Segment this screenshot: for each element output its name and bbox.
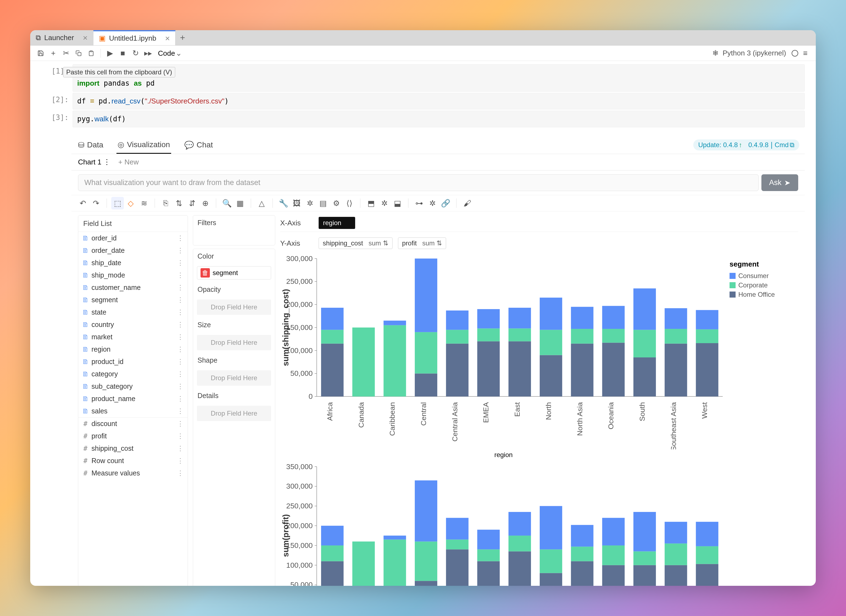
sort-desc-icon[interactable]: ⇅ <box>172 197 185 210</box>
more-icon[interactable]: ⋮ <box>177 469 184 477</box>
gear-small-icon[interactable]: ✲ <box>304 197 316 210</box>
ask-button[interactable]: Ask ➤ <box>761 174 798 191</box>
field-sales[interactable]: 🗎sales⋮ <box>78 405 188 417</box>
more-icon[interactable]: ⋮ <box>177 420 184 428</box>
tab-notebook[interactable]: ▣ Untitled1.ipynb × <box>93 30 176 45</box>
close-icon[interactable]: × <box>83 33 88 43</box>
run-all-icon[interactable]: ▸▸ <box>142 48 154 59</box>
image-icon[interactable]: 🖼 <box>290 197 303 210</box>
export-icon[interactable]: ⬒ <box>365 197 377 210</box>
layers-icon[interactable]: ≋ <box>138 197 150 210</box>
copy-icon[interactable] <box>73 48 84 59</box>
cut-icon[interactable]: ✂ <box>60 48 71 59</box>
field-segment[interactable]: 🗎segment⋮ <box>78 294 188 306</box>
field-region[interactable]: 🗎region⋮ <box>78 343 188 355</box>
opacity-dropzone[interactable]: Drop Field Here <box>197 299 271 315</box>
size-dropzone[interactable]: Drop Field Here <box>197 335 271 350</box>
cube-icon[interactable]: ⬚ <box>111 197 124 210</box>
undo-icon[interactable]: ↶ <box>76 197 89 210</box>
ask-input[interactable]: What visualization your want to draw fro… <box>78 174 759 191</box>
shape-dropzone[interactable]: Drop Field Here <box>197 370 271 386</box>
x-axis-pill[interactable]: region <box>319 217 355 229</box>
add-cell-icon[interactable]: + <box>48 48 59 59</box>
more-icon[interactable]: ⋮ <box>177 321 184 329</box>
download-icon[interactable]: ⬓ <box>391 197 404 210</box>
more-icon[interactable]: ⋮ <box>177 283 184 292</box>
details-dropzone[interactable]: Drop Field Here <box>197 406 271 421</box>
code-icon[interactable]: ⟨⟩ <box>343 197 356 210</box>
save-icon[interactable] <box>35 48 46 59</box>
field-shipping_cost[interactable]: #shipping_cost⋮ <box>78 442 188 455</box>
more-icon[interactable]: ⋮ <box>177 444 184 452</box>
more-icon[interactable]: ⋮ <box>177 432 184 440</box>
more-icon[interactable]: ⋮ <box>177 308 184 316</box>
close-icon[interactable]: × <box>165 34 170 43</box>
more-icon[interactable]: ⋮ <box>177 333 184 341</box>
redo-icon[interactable]: ↷ <box>90 197 102 210</box>
more-icon[interactable]: ⋮ <box>177 246 184 254</box>
code-cell[interactable]: [2]:df = pd.read_csv("./SuperStoreOrders… <box>30 92 816 110</box>
sort-asc-icon[interactable]: ⇵ <box>186 197 198 210</box>
new-chart-button[interactable]: + New <box>118 158 139 166</box>
stop-icon[interactable]: ■ <box>117 48 128 59</box>
kernel-name[interactable]: Python 3 (ipykernel) <box>723 49 786 57</box>
bug-icon[interactable]: ❄ <box>710 48 721 59</box>
more-icon[interactable]: ⋮ <box>177 358 184 366</box>
tab-chat[interactable]: 💬Chat <box>183 137 214 154</box>
field-Measure-values[interactable]: #Measure values⋮ <box>78 467 188 479</box>
field-product_id[interactable]: 🗎product_id⋮ <box>78 355 188 368</box>
y-axis-pill-profit[interactable]: profit sum ⇅ <box>398 238 446 249</box>
add-tab-button[interactable]: + <box>176 30 189 45</box>
update-pill[interactable]: Update: 0.4.8↑ 0.4.9.8 | Cmd ⧉ <box>693 139 799 150</box>
more-icon[interactable]: ⋮ <box>177 271 184 279</box>
more-icon[interactable]: ⋮ <box>177 395 184 403</box>
field-ship_date[interactable]: 🗎ship_date⋮ <box>78 257 188 269</box>
field-order_id[interactable]: 🗎order_id⋮ <box>78 232 188 244</box>
field-Row-count[interactable]: #Row count⋮ <box>78 455 188 467</box>
more-icon[interactable]: ⋮ <box>177 234 184 242</box>
cell-type-select[interactable]: Code <box>155 48 184 59</box>
gear2-icon[interactable]: ✲ <box>378 197 391 210</box>
add-field-icon[interactable]: ⊕ <box>199 197 212 210</box>
field-product_name[interactable]: 🗎product_name⋮ <box>78 393 188 405</box>
code-cell[interactable]: [3]:pyg.walk(df) <box>30 110 816 128</box>
chart-tab-1[interactable]: Chart 1 ⋮ <box>78 158 111 166</box>
link-icon[interactable]: ⊶ <box>413 197 426 210</box>
y-axis-pill-shipping[interactable]: shipping_cost sum ⇅ <box>319 238 392 249</box>
gear-icon[interactable]: ⚙ <box>330 197 342 210</box>
cell-code[interactable]: pyg.walk(df) <box>72 111 805 128</box>
cell-code[interactable]: df = pd.read_csv("./SuperStoreOrders.csv… <box>72 93 805 110</box>
copy-viz-icon[interactable]: ⎘ <box>159 197 172 210</box>
delete-icon[interactable]: 🗑 <box>201 268 210 277</box>
tab-visualization[interactable]: ◎Visualization <box>116 136 171 154</box>
more-icon[interactable]: ⋮ <box>177 259 184 267</box>
table-icon[interactable]: ▤ <box>317 197 329 210</box>
clip-icon[interactable]: 🔗 <box>439 197 452 210</box>
field-order_date[interactable]: 🗎order_date⋮ <box>78 244 188 257</box>
field-category[interactable]: 🗎category⋮ <box>78 368 188 380</box>
menu-icon[interactable]: ≡ <box>800 48 811 59</box>
paste-icon[interactable] <box>86 48 97 59</box>
paint-icon[interactable]: 🖌 <box>461 197 473 210</box>
field-ship_mode[interactable]: 🗎ship_mode⋮ <box>78 269 188 282</box>
cell-code[interactable]: import pygwalker as pygimport pandas as … <box>72 64 805 92</box>
field-market[interactable]: 🗎market⋮ <box>78 331 188 343</box>
more-icon[interactable]: ⋮ <box>177 407 184 415</box>
gear3-icon[interactable]: ✲ <box>426 197 439 210</box>
zoom-icon[interactable]: 🔍 <box>220 197 233 210</box>
more-icon[interactable]: ⋮ <box>177 296 184 304</box>
field-discount[interactable]: #discount⋮ <box>78 418 188 430</box>
eraser-icon[interactable]: △ <box>256 197 268 210</box>
field-customer_name[interactable]: 🗎customer_name⋮ <box>78 282 188 294</box>
tab-data[interactable]: ⛁Data <box>77 137 104 154</box>
wrench-icon[interactable]: 🔧 <box>277 197 290 210</box>
field-country[interactable]: 🗎country⋮ <box>78 318 188 331</box>
more-icon[interactable]: ⋮ <box>177 370 184 378</box>
run-icon[interactable]: ▶ <box>105 48 116 59</box>
tab-launcher[interactable]: ⧉ Launcher × <box>30 30 93 45</box>
more-icon[interactable]: ⋮ <box>177 345 184 353</box>
mark-icon[interactable]: ◇ <box>125 197 137 210</box>
more-icon[interactable]: ⋮ <box>177 457 184 465</box>
restart-icon[interactable]: ↻ <box>130 48 141 59</box>
field-state[interactable]: 🗎state⋮ <box>78 306 188 318</box>
